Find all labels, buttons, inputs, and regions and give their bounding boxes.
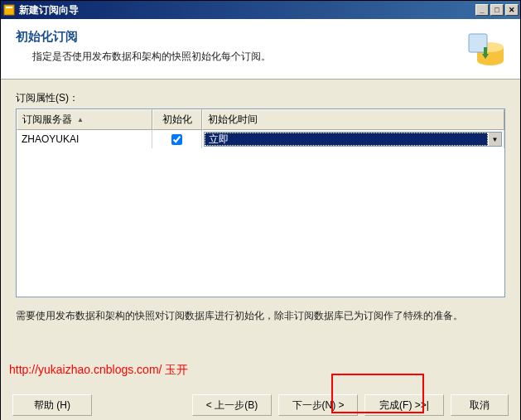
back-button[interactable]: < 上一步(B): [192, 394, 272, 416]
page-subtitle: 指定是否使用发布数据和架构的快照初始化每个订阅。: [16, 50, 464, 64]
app-icon: [2, 3, 16, 17]
minimize-button[interactable]: _: [475, 4, 489, 16]
help-button[interactable]: 帮助 (H): [12, 394, 92, 416]
col-header-time-label: 初始化时间: [208, 113, 258, 127]
next-button[interactable]: 下一步(N) >: [278, 394, 358, 416]
note-text: 需要使用发布数据和架构的快照对订阅数据库进行初始化，除非订阅数据库已为订阅作了特…: [16, 309, 505, 323]
author-name: 玉开: [165, 363, 188, 376]
subscription-grid: 订阅服务器 ▲ 初始化 初始化时间 ZHAOYUKAI 立即: [16, 109, 505, 297]
col-header-time[interactable]: 初始化时间: [202, 109, 504, 130]
init-checkbox[interactable]: [171, 134, 182, 145]
table-row: ZHAOYUKAI 立即 ▼: [17, 130, 504, 148]
grid-header: 订阅服务器 ▲ 初始化 初始化时间: [17, 109, 504, 130]
svg-rect-0: [4, 5, 14, 15]
svg-rect-6: [484, 47, 487, 54]
init-time-dropdown[interactable]: 立即 ▼: [204, 132, 502, 147]
attribution: http://yukaizhao.cnblogs.com/ 玉开: [1, 330, 520, 386]
col-header-init[interactable]: 初始化: [152, 109, 202, 130]
col-header-server-label: 订阅服务器: [22, 113, 72, 127]
finish-button[interactable]: 完成(F) >>|: [364, 394, 444, 416]
header-icon: [464, 29, 505, 70]
cell-time: 立即 ▼: [202, 130, 504, 148]
cell-init: [152, 130, 202, 148]
chevron-down-icon[interactable]: ▼: [488, 133, 501, 146]
wizard-window: 新建订阅向导 _ □ ✕ 初始化订阅 指定是否使用发布数据和架构的快照初始化每个…: [0, 0, 521, 420]
page-title: 初始化订阅: [16, 29, 464, 45]
col-header-server[interactable]: 订阅服务器 ▲: [17, 109, 152, 130]
init-time-value: 立即: [205, 133, 488, 146]
sort-asc-icon: ▲: [77, 116, 84, 123]
maximize-button[interactable]: □: [490, 4, 504, 16]
blog-link[interactable]: http://yukaizhao.cnblogs.com/: [9, 363, 162, 376]
wizard-body: 订阅属性(S)： 订阅服务器 ▲ 初始化 初始化时间 ZHAOYUKAI: [1, 80, 520, 330]
cell-server: ZHAOYUKAI: [17, 130, 152, 148]
col-header-init-label: 初始化: [162, 113, 192, 127]
titlebar: 新建订阅向导 _ □ ✕: [1, 1, 520, 19]
window-title: 新建订阅向导: [19, 3, 474, 17]
button-bar: 帮助 (H) < 上一步(B) 下一步(N) > 完成(F) >>| 取消: [1, 386, 520, 420]
wizard-header: 初始化订阅 指定是否使用发布数据和架构的快照初始化每个订阅。: [1, 19, 520, 80]
cancel-button[interactable]: 取消: [451, 394, 509, 416]
section-label: 订阅属性(S)：: [16, 91, 505, 105]
close-button[interactable]: ✕: [505, 4, 519, 16]
svg-rect-1: [6, 7, 12, 8]
